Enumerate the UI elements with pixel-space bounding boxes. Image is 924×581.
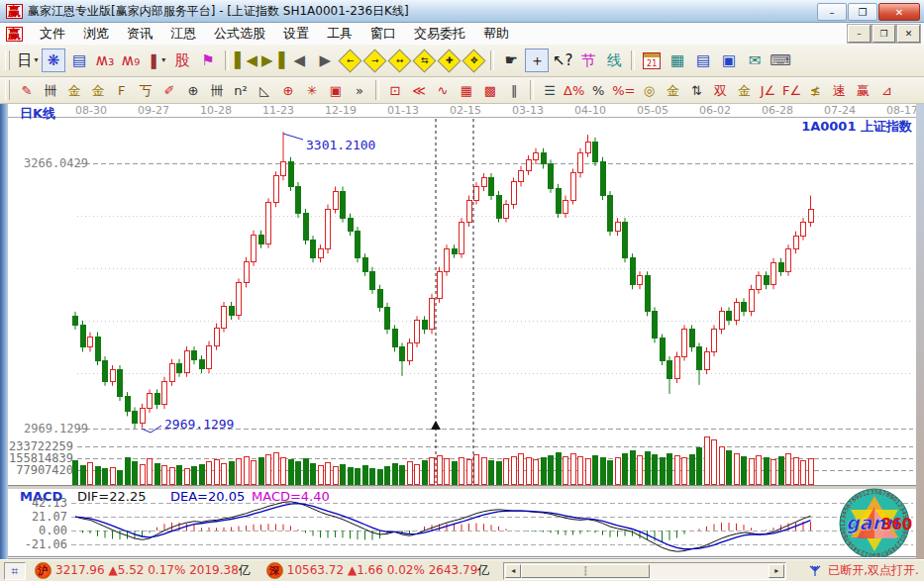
close-button[interactable]: ✕	[878, 3, 920, 21]
save-icon[interactable]: ▣	[717, 48, 741, 72]
scrollbar-thumb[interactable]: ┇	[521, 564, 650, 578]
wave-tool-icon[interactable]: ∿	[432, 80, 454, 101]
date-tick: 11-23	[262, 104, 294, 117]
prev-bar-icon[interactable]: ◀	[287, 48, 311, 72]
updown-tool-icon[interactable]: ⇅	[686, 80, 708, 101]
star-tool-icon[interactable]: ✳	[301, 80, 323, 101]
menu-item-help[interactable]: 帮助	[474, 23, 518, 45]
rect-frame-icon[interactable]: ⊡	[384, 80, 406, 101]
gann-circle-icon[interactable]: ⊕	[182, 80, 204, 101]
first-bar-icon[interactable]: ▌◀	[234, 48, 258, 72]
menu-item-trade-entrust[interactable]: 交易委托	[405, 23, 474, 45]
square-n2-icon[interactable]: n²	[230, 80, 252, 101]
pointer-info-icon[interactable]: ↖?	[551, 48, 574, 72]
minute-3-icon[interactable]: ʍ₃	[93, 48, 117, 72]
f-angle-line-icon[interactable]: F∠	[781, 80, 803, 101]
solar-term-icon[interactable]: 节	[576, 48, 600, 72]
maximize-button[interactable]: ❐	[848, 3, 877, 21]
menu-items: 文件浏览资讯江恩公式选股设置工具窗口交易委托帮助	[31, 23, 518, 45]
antenna-icon[interactable]	[808, 563, 822, 578]
menu-item-window[interactable]: 窗口	[361, 23, 405, 45]
spider-chart-icon[interactable]: ❋	[42, 48, 65, 72]
window-titlebar[interactable]: 赢 赢家江恩专业版[赢家内部服务平台] - [上证指数 SH1A0001-236…	[0, 0, 924, 23]
main-chart-svg[interactable]: 3301.2100 2969.1299 日K线 1A0001 上证指数 08-3…	[0, 104, 924, 559]
net-send-icon[interactable]: ✉	[743, 48, 767, 72]
gann-grid-icon[interactable]: 卌	[40, 80, 61, 101]
zoom-all-icon[interactable]: ✚	[438, 48, 462, 72]
win-angle-line-icon[interactable]: 赢	[853, 80, 874, 101]
gold-angle-line-icon[interactable]: ≰	[805, 80, 827, 101]
menu-item-settings[interactable]: 设置	[274, 23, 318, 45]
remote-pc-icon[interactable]: ⌨	[769, 48, 792, 72]
percent-levels-icon[interactable]: %=	[611, 80, 636, 101]
draw-pencil-icon[interactable]: ✎	[16, 80, 38, 101]
date-tick: 08-30	[75, 104, 107, 117]
menu-item-news[interactable]: 资讯	[118, 23, 161, 45]
connection-status[interactable]: 已断开,双点打开.	[828, 562, 919, 579]
shift-right-icon[interactable]: →	[363, 48, 387, 72]
gold-grid-b-icon[interactable]: 金	[87, 80, 109, 101]
parallel-lines-icon[interactable]: ∥	[503, 80, 525, 101]
mdi-minimize-button[interactable]: –	[848, 25, 871, 43]
mdi-close-button[interactable]: ✕	[897, 25, 920, 43]
zoom-reset-icon[interactable]: ✥	[462, 48, 486, 72]
notebook-icon[interactable]: ▤	[691, 48, 715, 72]
angle-tool-icon[interactable]: ◺	[254, 80, 275, 101]
candle-body	[600, 161, 605, 195]
pan-hand-icon[interactable]: ☛	[499, 48, 523, 72]
menu-item-formula-stock-pick[interactable]: 公式选股	[205, 23, 274, 45]
speed-line-icon[interactable]: 速	[829, 80, 851, 101]
double-wave-icon[interactable]: 双	[710, 80, 732, 101]
gold-segment-icon[interactable]: 金	[734, 80, 756, 101]
percent-triangle-icon[interactable]: Δ%	[563, 80, 585, 101]
menu-item-file[interactable]: 文件	[31, 23, 74, 45]
keyboard-icon[interactable]: ⌗	[4, 562, 26, 580]
toolbar-grip[interactable]	[5, 80, 10, 100]
toolbar-grip[interactable]	[5, 50, 10, 70]
time-grid-icon[interactable]: 卌	[206, 80, 228, 101]
percent-tool-icon[interactable]: %	[587, 80, 609, 101]
compress-h-icon[interactable]: ⇆	[413, 48, 437, 72]
menu-item-gann[interactable]: 江恩	[161, 23, 205, 45]
calculator-icon[interactable]: ▦	[666, 48, 689, 72]
minute-9-icon[interactable]: ʍ₉	[119, 48, 143, 72]
candle-style-icon[interactable]: ❚▾	[145, 48, 168, 72]
calendar-icon[interactable]: 21	[640, 48, 664, 72]
menu-item-browse[interactable]: 浏览	[74, 23, 118, 45]
draw-pencil-2-icon[interactable]: ✐	[158, 80, 180, 101]
horizontal-scrollbar[interactable]: ◂ ┇ ▸	[503, 562, 786, 580]
box-grid-tool-icon[interactable]: ▣	[325, 80, 347, 101]
stock-strategy-icon[interactable]: 股	[170, 48, 194, 72]
last-bar-icon[interactable]: ▶▐	[260, 48, 285, 72]
compass-tool-icon[interactable]: ⊕	[277, 80, 299, 101]
j-angle-line-icon[interactable]: J∠	[758, 80, 779, 101]
mdi-restore-button[interactable]: ❐	[873, 25, 895, 43]
grid-tool-b-icon[interactable]: ▩	[479, 80, 501, 101]
grid-tool-a-icon[interactable]: ▦	[456, 80, 477, 101]
bars-tool-icon[interactable]: ☰	[539, 80, 561, 101]
chan-line-icon[interactable]: 线	[602, 48, 626, 72]
candle-body	[192, 351, 197, 360]
triangle-tool-icon[interactable]: ⊿	[876, 80, 898, 101]
minimize-button[interactable]: –	[817, 3, 847, 21]
period-day-icon[interactable]: 日▾	[16, 48, 40, 72]
volume-bar	[771, 460, 776, 484]
fib-grid-icon[interactable]: Ｆ	[111, 80, 133, 101]
more-tools-icon[interactable]: »	[349, 80, 370, 101]
fan-lines-icon[interactable]: ≪	[408, 80, 430, 101]
gold-circle-icon[interactable]: ◎	[639, 80, 661, 101]
menu-item-tools[interactable]: 工具	[318, 23, 361, 45]
shift-left-icon[interactable]: ←	[339, 48, 362, 72]
crosshair-icon[interactable]: ＋	[525, 48, 549, 72]
gold-grid-a-icon[interactable]: 金	[63, 80, 85, 101]
chart-area[interactable]: 3301.2100 2969.1299 日K线 1A0001 上证指数 08-3…	[0, 104, 924, 559]
next-bar-icon[interactable]: ▶	[313, 48, 337, 72]
scroll-right-arrow[interactable]: ▸	[769, 564, 784, 578]
gold-levels-icon[interactable]: 金	[663, 80, 684, 101]
expand-h-icon[interactable]: ↔	[388, 48, 412, 72]
memo-icon[interactable]: ▤	[67, 48, 91, 72]
scroll-left-arrow[interactable]: ◂	[505, 564, 521, 578]
spiral-tool-icon[interactable]: 丂	[135, 80, 156, 101]
flag-marker-icon[interactable]: ⚑	[196, 48, 220, 72]
volume-bar	[511, 456, 516, 484]
